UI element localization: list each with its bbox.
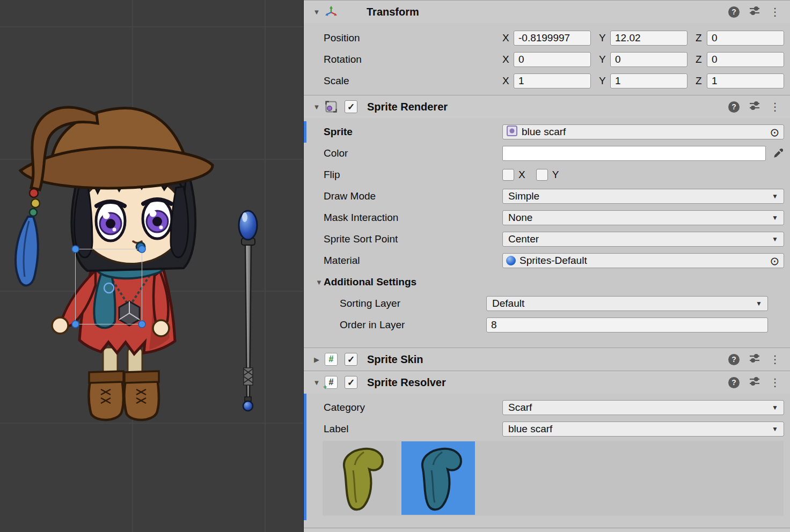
scene-view[interactable] xyxy=(0,0,303,532)
label-value: blue scarf xyxy=(508,423,552,435)
help-icon[interactable]: ? xyxy=(728,6,740,18)
help-icon[interactable]: ? xyxy=(728,377,740,388)
presets-icon[interactable] xyxy=(749,352,760,366)
transform-icon xyxy=(324,5,338,19)
sprite-object-field[interactable]: blue scarf ⊙ xyxy=(502,124,784,139)
chevron-down-icon: ▼ xyxy=(772,425,778,433)
object-picker-icon[interactable]: ⊙ xyxy=(770,127,779,138)
color-swatch[interactable] xyxy=(502,146,766,161)
rotation-z-input[interactable] xyxy=(707,52,784,67)
material-label: Material xyxy=(324,255,502,267)
sprite-sort-point-row: Sprite Sort Point Center ▼ xyxy=(304,228,790,250)
position-x-input[interactable] xyxy=(514,31,591,46)
additional-settings-row[interactable]: ▼ Additional Settings xyxy=(304,271,790,293)
sprite-sort-point-label: Sprite Sort Point xyxy=(324,233,502,245)
kebab-menu-icon[interactable]: ⋮ xyxy=(770,101,780,112)
sprite-skin-title: Sprite Skin xyxy=(367,353,423,366)
sprite-resolver-header[interactable]: ▼ #+ ✓ Sprite Resolver ? ⋮ xyxy=(304,371,790,394)
help-icon[interactable]: ? xyxy=(728,101,740,113)
chevron-down-icon: ▼ xyxy=(772,404,778,411)
position-z-input[interactable] xyxy=(707,31,784,46)
chevron-down-icon: ▼ xyxy=(772,235,778,243)
sprite-renderer-title: Sprite Renderer xyxy=(367,101,448,113)
kebab-menu-icon[interactable]: ⋮ xyxy=(770,377,780,388)
component-enabled-checkbox[interactable]: ✓ xyxy=(345,100,357,113)
foldout-closed-icon[interactable]: ▶ xyxy=(311,356,322,364)
axis-z-label[interactable]: Z xyxy=(696,32,707,44)
material-object-field[interactable]: Sprites-Default ⊙ xyxy=(502,253,784,268)
draw-mode-dropdown[interactable]: Simple ▼ xyxy=(502,189,784,204)
sorting-layer-dropdown[interactable]: Default ▼ xyxy=(486,296,768,311)
sprite-resolver-icon: #+ xyxy=(324,375,338,389)
axis-y-label[interactable]: Y xyxy=(599,75,610,87)
category-row: Category Scarf ▼ xyxy=(304,397,790,418)
position-y-input[interactable] xyxy=(610,31,687,46)
help-icon[interactable]: ? xyxy=(728,354,740,365)
sorting-layer-label: Sorting Layer xyxy=(324,298,486,309)
foldout-open-icon[interactable]: ▼ xyxy=(311,8,322,16)
scene-canvas[interactable] xyxy=(0,0,303,532)
chevron-down-icon: ▼ xyxy=(772,214,778,221)
axis-z-label[interactable]: Z xyxy=(696,75,707,87)
eyedropper-icon[interactable] xyxy=(766,147,784,159)
axis-z-label[interactable]: Z xyxy=(696,54,707,65)
label-dropdown[interactable]: blue scarf ▼ xyxy=(502,422,784,437)
scale-z-input[interactable] xyxy=(707,73,784,88)
category-label: Category xyxy=(324,402,502,413)
rotation-label: Rotation xyxy=(324,54,502,65)
axis-x-label[interactable]: X xyxy=(502,75,514,87)
material-value: Sprites-Default xyxy=(520,255,587,267)
scale-x-input[interactable] xyxy=(514,73,591,88)
mask-interaction-dropdown[interactable]: None ▼ xyxy=(502,210,784,225)
rotation-y-input[interactable] xyxy=(610,52,687,67)
thumbnail-blue-scarf[interactable] xyxy=(401,441,475,515)
flip-x-checkbox[interactable] xyxy=(502,169,514,181)
material-row: Material Sprites-Default ⊙ xyxy=(304,250,790,271)
kebab-menu-icon[interactable]: ⋮ xyxy=(770,354,780,365)
sprite-skin-header[interactable]: ▶ # ✓ Sprite Skin ? ⋮ xyxy=(304,348,790,371)
presets-icon[interactable] xyxy=(749,5,760,19)
presets-icon[interactable] xyxy=(749,100,760,114)
transform-title: Transform xyxy=(367,6,419,18)
object-picker-icon[interactable]: ⊙ xyxy=(770,255,779,267)
sprite-sort-point-dropdown[interactable]: Center ▼ xyxy=(502,232,784,247)
mask-interaction-row: Mask Interaction None ▼ xyxy=(304,207,790,228)
sprite-asset-icon xyxy=(506,125,518,139)
category-dropdown[interactable]: Scarf ▼ xyxy=(502,400,784,415)
sprite-value: blue scarf xyxy=(522,126,566,138)
axis-x-label[interactable]: X xyxy=(502,32,514,44)
draw-mode-row: Draw Mode Simple ▼ xyxy=(304,186,790,207)
draw-mode-label: Draw Mode xyxy=(324,190,502,202)
chevron-down-icon: ▼ xyxy=(772,193,778,200)
flip-y-checkbox[interactable] xyxy=(536,169,548,181)
rotation-x-input[interactable] xyxy=(514,52,591,67)
mask-interaction-value: None xyxy=(508,212,532,224)
additional-settings-label: Additional Settings xyxy=(324,276,502,288)
sprite-renderer-body: Sprite blue scarf ⊙ Color xyxy=(304,118,790,339)
component-enabled-checkbox[interactable]: ✓ xyxy=(345,376,357,389)
axis-x-label[interactable]: X xyxy=(502,54,514,65)
mask-interaction-label: Mask Interaction xyxy=(324,212,502,224)
sprite-selection-grid xyxy=(323,441,784,516)
foldout-open-icon[interactable]: ▼ xyxy=(311,379,322,387)
flip-y-label: Y xyxy=(552,169,559,181)
axis-y-label[interactable]: Y xyxy=(599,32,610,44)
scale-y-input[interactable] xyxy=(610,73,687,88)
foldout-open-icon[interactable]: ▼ xyxy=(311,103,322,111)
sprite-label: Sprite xyxy=(324,126,502,138)
thumbnail-green-scarf[interactable] xyxy=(323,441,397,515)
category-value: Scarf xyxy=(508,402,532,413)
sprite-renderer-header[interactable]: ▼ ✓ Sprite Renderer ? ⋮ xyxy=(304,95,790,118)
scale-label: Scale xyxy=(324,75,502,87)
label-label: Label xyxy=(324,423,502,435)
axis-y-label[interactable]: Y xyxy=(599,54,610,65)
foldout-open-icon[interactable]: ▼ xyxy=(314,278,324,286)
kebab-menu-icon[interactable]: ⋮ xyxy=(770,6,780,17)
transform-body: Position X Y Z Rotation X Y Z xyxy=(304,23,790,95)
order-in-layer-input[interactable] xyxy=(486,317,768,332)
position-label: Position xyxy=(324,32,502,44)
presets-icon[interactable] xyxy=(749,375,760,389)
color-row: Color xyxy=(304,143,790,164)
component-enabled-checkbox[interactable]: ✓ xyxy=(345,353,357,366)
transform-header[interactable]: ▼ Transform ? ⋮ xyxy=(304,0,790,23)
